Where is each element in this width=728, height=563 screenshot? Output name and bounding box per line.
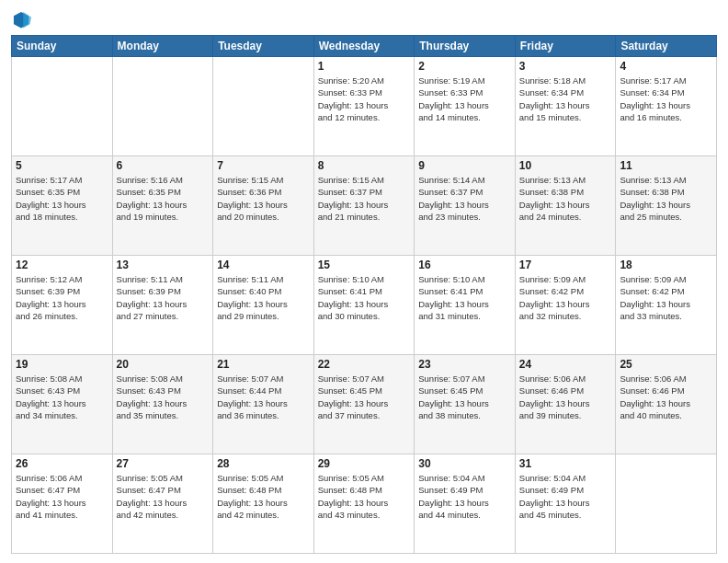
day-info: Sunrise: 5:07 AM Sunset: 6:45 PM Dayligh…	[418, 373, 511, 421]
day-info: Sunrise: 5:05 AM Sunset: 6:47 PM Dayligh…	[117, 472, 210, 521]
calendar-table: SundayMondayTuesdayWednesdayThursdayFrid…	[11, 35, 717, 554]
day-number: 5	[16, 159, 108, 172]
calendar-day-cell: 2Sunrise: 5:19 AM Sunset: 6:33 PM Daylig…	[415, 57, 516, 156]
day-info: Sunrise: 5:05 AM Sunset: 6:48 PM Dayligh…	[217, 472, 310, 521]
day-number: 30	[418, 457, 511, 470]
day-number: 14	[217, 259, 310, 271]
calendar-day-cell: 30Sunrise: 5:04 AM Sunset: 6:49 PM Dayli…	[415, 454, 516, 554]
calendar-day-cell: 1Sunrise: 5:20 AM Sunset: 6:33 PM Daylig…	[313, 57, 415, 156]
calendar-day-cell: 22Sunrise: 5:07 AM Sunset: 6:45 PM Dayli…	[313, 355, 415, 454]
calendar-day-cell	[112, 57, 213, 156]
day-info: Sunrise: 5:18 AM Sunset: 6:34 PM Dayligh…	[519, 75, 612, 123]
calendar-day-cell	[12, 57, 113, 156]
logo-icon	[11, 9, 31, 29]
calendar-day-cell: 12Sunrise: 5:12 AM Sunset: 6:39 PM Dayli…	[12, 256, 113, 355]
calendar-day-cell: 3Sunrise: 5:18 AM Sunset: 6:34 PM Daylig…	[515, 57, 616, 156]
day-number: 9	[418, 159, 511, 172]
day-info: Sunrise: 5:10 AM Sunset: 6:41 PM Dayligh…	[418, 273, 511, 322]
weekday-header-cell: Monday	[112, 36, 213, 57]
day-info: Sunrise: 5:05 AM Sunset: 6:48 PM Dayligh…	[318, 472, 411, 521]
weekday-header-cell: Thursday	[415, 36, 516, 57]
day-number: 16	[418, 259, 511, 271]
calendar-day-cell: 13Sunrise: 5:11 AM Sunset: 6:39 PM Dayli…	[112, 256, 213, 355]
day-number: 6	[117, 159, 210, 172]
calendar-day-cell: 8Sunrise: 5:15 AM Sunset: 6:37 PM Daylig…	[313, 156, 415, 256]
day-number: 20	[117, 358, 210, 371]
calendar-day-cell: 6Sunrise: 5:16 AM Sunset: 6:35 PM Daylig…	[112, 156, 213, 256]
page: SundayMondayTuesdayWednesdayThursdayFrid…	[0, 0, 728, 563]
day-number: 29	[318, 457, 411, 470]
day-info: Sunrise: 5:10 AM Sunset: 6:41 PM Dayligh…	[318, 273, 411, 322]
calendar-day-cell: 27Sunrise: 5:05 AM Sunset: 6:47 PM Dayli…	[112, 454, 213, 554]
day-number: 26	[16, 457, 108, 470]
weekday-header-cell: Sunday	[12, 36, 113, 57]
day-info: Sunrise: 5:09 AM Sunset: 6:42 PM Dayligh…	[519, 273, 612, 322]
day-info: Sunrise: 5:04 AM Sunset: 6:49 PM Dayligh…	[418, 472, 511, 521]
day-number: 18	[620, 259, 712, 271]
day-number: 25	[620, 358, 712, 371]
calendar-day-cell: 14Sunrise: 5:11 AM Sunset: 6:40 PM Dayli…	[213, 256, 314, 355]
weekday-header-cell: Friday	[515, 36, 616, 57]
day-info: Sunrise: 5:19 AM Sunset: 6:33 PM Dayligh…	[418, 75, 511, 123]
calendar-body: 1Sunrise: 5:20 AM Sunset: 6:33 PM Daylig…	[12, 57, 717, 554]
day-number: 19	[16, 358, 108, 371]
weekday-header-cell: Tuesday	[213, 36, 314, 57]
day-number: 28	[217, 457, 310, 470]
day-number: 2	[418, 60, 511, 73]
calendar-day-cell: 24Sunrise: 5:06 AM Sunset: 6:46 PM Dayli…	[515, 355, 616, 454]
logo	[11, 9, 33, 29]
day-info: Sunrise: 5:11 AM Sunset: 6:40 PM Dayligh…	[217, 273, 310, 322]
day-info: Sunrise: 5:04 AM Sunset: 6:49 PM Dayligh…	[519, 472, 612, 521]
day-number: 24	[519, 358, 612, 371]
day-number: 31	[519, 457, 612, 470]
day-number: 3	[519, 60, 612, 73]
day-number: 4	[620, 60, 712, 73]
svg-marker-1	[23, 12, 31, 29]
calendar-day-cell: 11Sunrise: 5:13 AM Sunset: 6:38 PM Dayli…	[616, 156, 717, 256]
calendar-day-cell: 19Sunrise: 5:08 AM Sunset: 6:43 PM Dayli…	[12, 355, 113, 454]
calendar-day-cell: 7Sunrise: 5:15 AM Sunset: 6:36 PM Daylig…	[213, 156, 314, 256]
calendar-day-cell	[616, 454, 717, 554]
day-number: 7	[217, 159, 310, 172]
calendar-day-cell	[213, 57, 314, 156]
day-number: 23	[418, 358, 511, 371]
day-info: Sunrise: 5:08 AM Sunset: 6:43 PM Dayligh…	[117, 373, 210, 421]
calendar-week-row: 5Sunrise: 5:17 AM Sunset: 6:35 PM Daylig…	[12, 156, 717, 256]
day-info: Sunrise: 5:06 AM Sunset: 6:46 PM Dayligh…	[620, 373, 712, 421]
calendar-day-cell: 23Sunrise: 5:07 AM Sunset: 6:45 PM Dayli…	[415, 355, 516, 454]
day-info: Sunrise: 5:13 AM Sunset: 6:38 PM Dayligh…	[620, 174, 712, 223]
day-info: Sunrise: 5:17 AM Sunset: 6:34 PM Dayligh…	[620, 75, 712, 123]
calendar-week-row: 1Sunrise: 5:20 AM Sunset: 6:33 PM Daylig…	[12, 57, 717, 156]
day-info: Sunrise: 5:15 AM Sunset: 6:37 PM Dayligh…	[318, 174, 411, 223]
day-number: 21	[217, 358, 310, 371]
header	[11, 9, 717, 29]
weekday-header-row: SundayMondayTuesdayWednesdayThursdayFrid…	[12, 36, 717, 57]
day-info: Sunrise: 5:06 AM Sunset: 6:46 PM Dayligh…	[519, 373, 612, 421]
calendar-day-cell: 4Sunrise: 5:17 AM Sunset: 6:34 PM Daylig…	[616, 57, 717, 156]
calendar-day-cell: 5Sunrise: 5:17 AM Sunset: 6:35 PM Daylig…	[12, 156, 113, 256]
calendar-day-cell: 10Sunrise: 5:13 AM Sunset: 6:38 PM Dayli…	[515, 156, 616, 256]
calendar-day-cell: 28Sunrise: 5:05 AM Sunset: 6:48 PM Dayli…	[213, 454, 314, 554]
calendar-day-cell: 26Sunrise: 5:06 AM Sunset: 6:47 PM Dayli…	[12, 454, 113, 554]
day-info: Sunrise: 5:11 AM Sunset: 6:39 PM Dayligh…	[117, 273, 210, 322]
day-number: 11	[620, 159, 712, 172]
day-number: 22	[318, 358, 411, 371]
day-number: 15	[318, 259, 411, 271]
calendar-day-cell: 17Sunrise: 5:09 AM Sunset: 6:42 PM Dayli…	[515, 256, 616, 355]
day-info: Sunrise: 5:14 AM Sunset: 6:37 PM Dayligh…	[418, 174, 511, 223]
weekday-header-cell: Saturday	[616, 36, 717, 57]
day-info: Sunrise: 5:09 AM Sunset: 6:42 PM Dayligh…	[620, 273, 712, 322]
day-number: 1	[318, 60, 411, 73]
day-info: Sunrise: 5:08 AM Sunset: 6:43 PM Dayligh…	[16, 373, 108, 421]
weekday-header-cell: Wednesday	[313, 36, 415, 57]
calendar-day-cell: 20Sunrise: 5:08 AM Sunset: 6:43 PM Dayli…	[112, 355, 213, 454]
calendar-week-row: 26Sunrise: 5:06 AM Sunset: 6:47 PM Dayli…	[12, 454, 717, 554]
day-info: Sunrise: 5:06 AM Sunset: 6:47 PM Dayligh…	[16, 472, 108, 521]
calendar-day-cell: 18Sunrise: 5:09 AM Sunset: 6:42 PM Dayli…	[616, 256, 717, 355]
day-info: Sunrise: 5:17 AM Sunset: 6:35 PM Dayligh…	[16, 174, 108, 223]
calendar-day-cell: 16Sunrise: 5:10 AM Sunset: 6:41 PM Dayli…	[415, 256, 516, 355]
day-info: Sunrise: 5:13 AM Sunset: 6:38 PM Dayligh…	[519, 174, 612, 223]
calendar-day-cell: 25Sunrise: 5:06 AM Sunset: 6:46 PM Dayli…	[616, 355, 717, 454]
calendar-day-cell: 31Sunrise: 5:04 AM Sunset: 6:49 PM Dayli…	[515, 454, 616, 554]
calendar-week-row: 12Sunrise: 5:12 AM Sunset: 6:39 PM Dayli…	[12, 256, 717, 355]
